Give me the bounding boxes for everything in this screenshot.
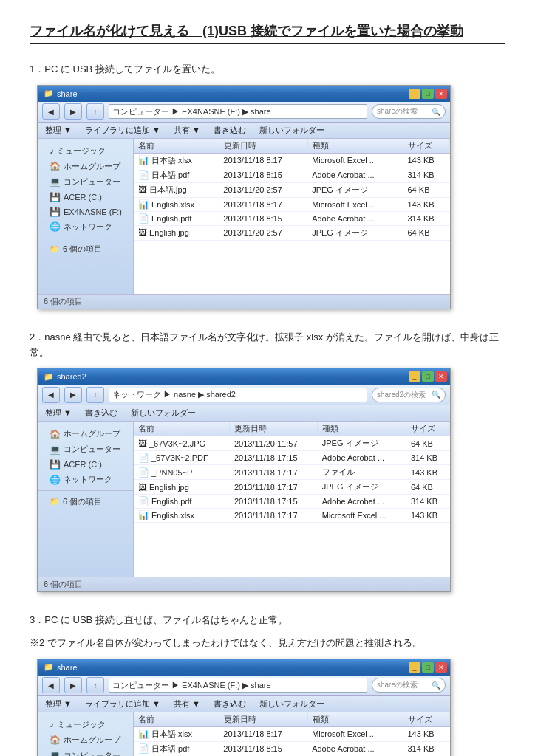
forward-button[interactable]: ▶ [64, 387, 82, 403]
sidebar-item-label: コンピューター [64, 444, 120, 455]
titlebar: 📁 share _ □ ✕ [38, 86, 450, 102]
close-button[interactable]: ✕ [435, 371, 447, 382]
table-row[interactable]: 📊English.xlsx 2013/11/18 8:17 Microsoft … [134, 197, 450, 211]
toolbar: ◀ ▶ ↑ コンピューター ▶ EX4NASNE (F:) ▶ share sh… [38, 102, 450, 123]
file-type-icon: 📊 [138, 199, 149, 210]
forward-button[interactable]: ▶ [64, 677, 82, 693]
search-bar[interactable]: shareの検索 🔍 [372, 104, 446, 119]
menu-item[interactable]: 整理 ▼ [42, 698, 75, 709]
file-type-icon: 🖼 [138, 185, 147, 195]
section-note: ※2 でファイル名自体が変わってしまったわけではなく、見え方だけの問題と推測され… [30, 636, 505, 651]
sidebar-item-4[interactable]: 💾 EX4NASNE (F:) [38, 205, 133, 219]
search-bar[interactable]: shared2の検索 🔍 [372, 388, 446, 402]
sidebar-item-1[interactable]: 🏠 ホームグループ [38, 732, 133, 748]
table-col-header: 名前 [134, 422, 230, 436]
up-button[interactable]: ↑ [86, 387, 104, 403]
file-type-cell: JPEG イメージ [307, 182, 403, 197]
sidebar-item-3[interactable]: 🌐 ネットワーク [38, 472, 133, 487]
sidebar-item-2[interactable]: 💾 ACER (C:) [38, 457, 133, 472]
folder-icon: 📁 [50, 497, 60, 506]
folder-icon: 💻 [50, 750, 61, 756]
search-bar[interactable]: shareの検索 🔍 [372, 678, 446, 693]
sidebar-item-0[interactable]: ♪ ミュージック [38, 717, 133, 732]
table-row[interactable]: 🖼日本語.jpg 2013/11/20 2:57 JPEG イメージ 64 KB [134, 182, 450, 197]
table-row[interactable]: 📄_PNN05~P 2013/11/18 17:17 ファイル 143 KB [134, 465, 450, 480]
menu-item[interactable]: 書き込む [211, 698, 249, 709]
table-row[interactable]: 📄_67V3K~2.PDF 2013/11/18 17:15 Adobe Acr… [134, 451, 450, 465]
sidebar-item-2[interactable]: 💻 コンピューター [38, 748, 133, 756]
file-type-cell: ファイル [318, 465, 406, 480]
sidebar-item-label: ホームグループ [64, 161, 120, 172]
table-row[interactable]: 📄English.pdf 2013/11/18 8:15 Adobe Acrob… [134, 211, 450, 225]
menu-item[interactable]: 共有 ▼ [171, 698, 203, 709]
minimize-button[interactable]: _ [409, 662, 420, 673]
table-row[interactable]: 📊日本語.xlsx 2013/11/18 8:17 Microsoft Exce… [134, 726, 450, 741]
sidebar-item-3[interactable]: 💾 ACER (C:) [38, 190, 133, 205]
file-type-icon: 📄 [138, 170, 149, 180]
sidebar-item-1[interactable]: 🏠 ホームグループ [38, 159, 133, 174]
maximize-button[interactable]: □ [422, 89, 434, 99]
file-size-cell: 314 KB [406, 451, 450, 465]
table-row[interactable]: 🖼_67V3K~2.JPG 2013/11/20 11:57 JPEG イメージ… [134, 436, 450, 451]
up-button[interactable]: ↑ [86, 103, 104, 120]
file-type-cell: Microsoft Excel ... [307, 197, 403, 211]
explorer-content: 🏠 ホームグループ 💻 コンピューター 💾 ACER (C:) 🌐 ネットワーク… [38, 422, 450, 577]
back-button[interactable]: ◀ [42, 677, 60, 693]
section-1: 1．PC に USB 接続してファイルを置いた。 📁 share _ □ ✕ ◀… [30, 62, 505, 309]
file-type-cell: JPEG イメージ [318, 436, 406, 451]
file-name-cell: 📄日本語.pdf [134, 168, 219, 182]
table-row[interactable]: 🖼English.jpg 2013/11/20 2:57 JPEG イメージ 6… [134, 225, 450, 240]
minimize-button[interactable]: _ [409, 371, 420, 382]
file-type-cell: Microsoft Excel ... [307, 153, 403, 168]
folder-icon: 💻 [50, 176, 61, 187]
up-button[interactable]: ↑ [86, 677, 104, 693]
sidebar-item-0[interactable]: ♪ ミュージック [38, 143, 133, 159]
minimize-button[interactable]: _ [409, 89, 420, 99]
table-row[interactable]: 📄English.pdf 2013/11/18 17:15 Adobe Acro… [134, 495, 450, 509]
breadcrumb-path: ネットワーク ▶ nasne ▶ shared2 [112, 389, 236, 400]
menu-item[interactable]: ライブラリに追加 ▼ [82, 698, 163, 709]
table-row[interactable]: 📄日本語.pdf 2013/11/18 8:15 Adobe Acrobat .… [134, 168, 450, 182]
menu-item[interactable]: 新しいフォルダー [128, 408, 199, 419]
table-row[interactable]: 📊日本語.xlsx 2013/11/18 8:17 Microsoft Exce… [134, 153, 450, 168]
address-bar[interactable]: コンピューター ▶ EX4NASNE (F:) ▶ share [109, 104, 367, 119]
menu-item[interactable]: 共有 ▼ [171, 125, 203, 136]
folder-icon: 📁 [50, 244, 60, 254]
table-col-header: 更新日時 [219, 712, 307, 727]
titlebar-title: share [57, 663, 78, 672]
table-row[interactable]: 📊English.xlsx 2013/11/18 17:17 Microsoft… [134, 509, 450, 523]
sidebar-item-5[interactable]: 🌐 ネットワーク [38, 219, 133, 235]
address-bar[interactable]: ネットワーク ▶ nasne ▶ shared2 [109, 388, 367, 402]
explorer-window-2: 📁 shared2 _ □ ✕ ◀ ▶ ↑ ネットワーク ▶ nasne ▶ s… [37, 368, 451, 592]
file-type-icon: 📊 [138, 155, 149, 165]
file-list: 名前更新日時種類サイズ 📊日本語.xlsx 2013/11/18 8:17 Mi… [134, 712, 450, 756]
table-row[interactable]: 🖼English.jpg 2013/11/18 17:17 JPEG イメージ … [134, 480, 450, 495]
titlebar-left: 📁 share [44, 662, 78, 672]
maximize-button[interactable]: □ [422, 371, 434, 382]
forward-button[interactable]: ▶ [64, 103, 82, 120]
sidebar-item-2[interactable]: 💻 コンピューター [38, 174, 133, 190]
sidebar-item-1[interactable]: 💻 コンピューター [38, 441, 133, 457]
address-bar[interactable]: コンピューター ▶ EX4NASNE (F:) ▶ share [109, 678, 367, 693]
menu-item[interactable]: 整理 ▼ [42, 125, 75, 136]
sidebar-item-label: ネットワーク [64, 474, 112, 485]
file-name-cell: 📊日本語.xlsx [134, 726, 219, 741]
menu-item[interactable]: 書き込む [82, 408, 120, 419]
file-size-cell: 64 KB [403, 182, 450, 197]
sidebar-item-0[interactable]: 🏠 ホームグループ [38, 426, 133, 441]
file-size-cell: 64 KB [406, 436, 450, 451]
menu-item[interactable]: 整理 ▼ [42, 408, 75, 419]
menu-item[interactable]: 新しいフォルダー [256, 125, 327, 136]
menubar: 整理 ▼ライブラリに追加 ▼共有 ▼書き込む新しいフォルダー [38, 123, 450, 139]
maximize-button[interactable]: □ [422, 662, 434, 673]
folder-icon: 🌐 [50, 475, 61, 485]
table-row[interactable]: 📄日本語.pdf 2013/11/18 8:15 Adobe Acrobat .… [134, 741, 450, 756]
back-button[interactable]: ◀ [42, 387, 60, 403]
folder-icon: 🏠 [50, 161, 61, 171]
back-button[interactable]: ◀ [42, 103, 60, 120]
menu-item[interactable]: 書き込む [211, 125, 249, 136]
close-button[interactable]: ✕ [435, 662, 447, 673]
menu-item[interactable]: 新しいフォルダー [256, 698, 327, 709]
menu-item[interactable]: ライブラリに追加 ▼ [82, 125, 163, 136]
close-button[interactable]: ✕ [435, 89, 447, 99]
